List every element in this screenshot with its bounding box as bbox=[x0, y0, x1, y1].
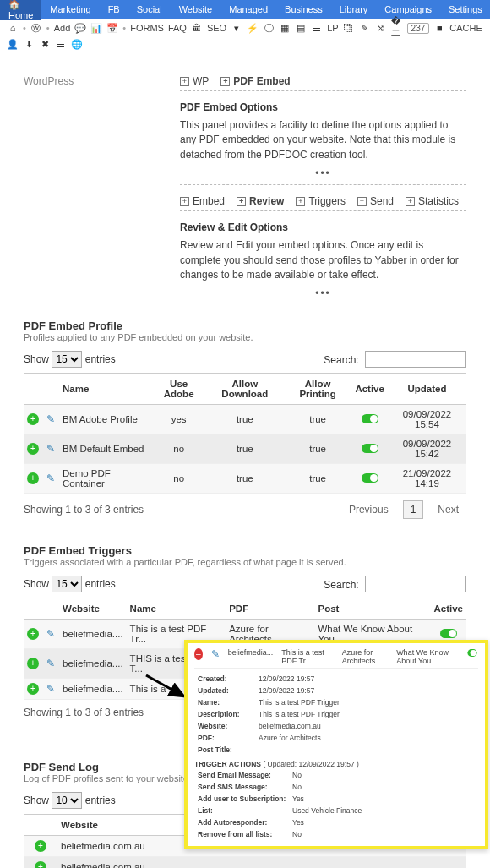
nav-marketing[interactable]: Marketing bbox=[41, 4, 99, 14]
home-icon[interactable]: ⌂ bbox=[7, 22, 19, 34]
copy-icon[interactable]: ⿻ bbox=[343, 22, 355, 34]
expand-icon[interactable]: + bbox=[27, 658, 39, 669]
edit-icon[interactable]: ✎ bbox=[46, 443, 55, 455]
info-icon[interactable]: ⓘ bbox=[263, 22, 275, 34]
layers-icon[interactable]: ▦ bbox=[279, 22, 291, 34]
col-name[interactable]: Name bbox=[127, 598, 226, 620]
tab-statistics[interactable]: +Statistics bbox=[406, 195, 459, 207]
edit-icon[interactable]: ✎ bbox=[46, 683, 55, 695]
chat-icon[interactable]: 💬 bbox=[74, 22, 86, 34]
col-download[interactable]: Allow Download bbox=[206, 374, 284, 405]
faq-link[interactable]: FAQ bbox=[168, 23, 187, 33]
filter-icon[interactable]: ▾ bbox=[231, 22, 242, 34]
shuffle-icon[interactable]: ⤭ bbox=[375, 22, 387, 34]
profile-table: Name Use Adobe Allow Download Allow Prin… bbox=[24, 373, 466, 494]
calendar-icon[interactable]: 📅 bbox=[106, 22, 118, 34]
tab-send[interactable]: +Send bbox=[357, 195, 394, 207]
nav-managed[interactable]: Managed bbox=[220, 4, 276, 14]
wordpress-icon[interactable]: ⓦ bbox=[30, 22, 42, 34]
expand-icon[interactable]: + bbox=[27, 628, 39, 640]
cell-adobe: yes bbox=[152, 405, 206, 434]
share-icon[interactable]: �二 bbox=[391, 22, 403, 34]
table-info: Showing 1 to 3 of 3 entries bbox=[24, 707, 144, 718]
col-active[interactable]: Active bbox=[430, 598, 466, 620]
nav-website[interactable]: Website bbox=[171, 4, 221, 14]
expand-icon[interactable]: + bbox=[27, 413, 39, 425]
tab-wp[interactable]: +WP bbox=[180, 75, 209, 87]
edit-icon[interactable]: ✎ bbox=[359, 22, 371, 34]
edit-icon[interactable]: ✎ bbox=[46, 472, 55, 484]
profile-sub: Profiles applied to any PDF embedded on … bbox=[24, 332, 466, 342]
length-select[interactable]: 15 bbox=[52, 351, 82, 368]
col-website[interactable]: Website bbox=[57, 815, 196, 836]
collapse-icon[interactable]: – bbox=[194, 648, 203, 660]
nav-social[interactable]: Social bbox=[128, 4, 171, 14]
search-input[interactable] bbox=[365, 576, 466, 592]
close-icon[interactable]: ✖ bbox=[39, 38, 51, 50]
tab-review[interactable]: +Review bbox=[237, 195, 284, 207]
expand-icon[interactable]: + bbox=[35, 861, 46, 868]
col-updated[interactable]: Updated bbox=[388, 374, 466, 405]
tab-pdf-embed[interactable]: +PDF Embed bbox=[220, 75, 290, 87]
nav-fb[interactable]: FB bbox=[100, 4, 128, 14]
user-icon[interactable]: 👤 bbox=[7, 38, 19, 50]
cache-link[interactable]: CACHE bbox=[449, 23, 482, 33]
prev-page[interactable]: Previous bbox=[341, 500, 396, 519]
length-select[interactable]: 15 bbox=[52, 576, 82, 592]
tt-val bbox=[257, 745, 476, 755]
expand-icon[interactable]: + bbox=[35, 840, 46, 852]
col-pdf[interactable]: PDF bbox=[226, 598, 314, 620]
page-1[interactable]: 1 bbox=[403, 500, 424, 519]
bolt-icon[interactable]: ⚡ bbox=[247, 22, 259, 34]
search-control: Search: bbox=[324, 351, 466, 368]
grid-icon[interactable]: ▤ bbox=[295, 22, 307, 34]
cell-updated: 21/09/2022 14:19 bbox=[388, 464, 466, 494]
tab-triggers[interactable]: +Triggers bbox=[296, 195, 346, 207]
nav-settings[interactable]: Settings bbox=[440, 4, 490, 14]
count-badge[interactable]: 237 bbox=[407, 23, 430, 34]
edit-icon[interactable]: ✎ bbox=[46, 658, 55, 669]
col-adobe[interactable]: Use Adobe bbox=[152, 374, 206, 405]
edit-icon[interactable]: ✎ bbox=[211, 648, 220, 665]
tab-embed[interactable]: +Embed bbox=[180, 195, 225, 207]
nav-library[interactable]: Library bbox=[331, 4, 377, 14]
lp-link[interactable]: LP bbox=[327, 23, 338, 33]
forms-link[interactable]: FORMS bbox=[130, 23, 164, 33]
active-toggle[interactable] bbox=[362, 473, 378, 483]
seo-link[interactable]: SEO bbox=[207, 23, 226, 33]
col-website[interactable]: Website bbox=[59, 598, 127, 620]
length-select[interactable]: 10 bbox=[52, 792, 82, 809]
chart-icon[interactable]: 📊 bbox=[90, 22, 102, 34]
col-name[interactable]: Name bbox=[59, 374, 152, 405]
expand-icon[interactable]: + bbox=[27, 472, 39, 484]
list-icon[interactable]: ☰ bbox=[311, 22, 323, 34]
tt-site: beliefmedia... bbox=[228, 648, 274, 665]
col-post[interactable]: Post bbox=[314, 598, 430, 620]
nav-business[interactable]: Business bbox=[276, 4, 331, 14]
globe-icon[interactable]: 🌐 bbox=[71, 38, 83, 50]
nav-home[interactable]: 🏠 Home bbox=[0, 0, 41, 20]
expand-icon[interactable]: + bbox=[27, 683, 39, 695]
active-toggle[interactable] bbox=[467, 649, 476, 657]
edit-icon[interactable]: ✎ bbox=[46, 628, 55, 640]
ellipsis-icon[interactable]: ••• bbox=[180, 167, 466, 179]
next-page[interactable]: Next bbox=[430, 500, 466, 519]
tab-label: Statistics bbox=[418, 195, 459, 207]
expand-icon[interactable]: + bbox=[27, 443, 39, 455]
search-input[interactable] bbox=[365, 351, 466, 368]
col-active[interactable]: Active bbox=[351, 374, 388, 405]
col-printing[interactable]: Allow Printing bbox=[284, 374, 352, 405]
active-toggle[interactable] bbox=[440, 629, 457, 638]
download-icon[interactable]: ⬇ bbox=[23, 38, 35, 50]
review-text: Review and Edit your embed options. Once… bbox=[180, 238, 466, 282]
ellipsis-icon[interactable]: ••• bbox=[180, 287, 466, 299]
edit-icon[interactable]: ✎ bbox=[46, 413, 55, 425]
menu-icon[interactable]: ☰ bbox=[55, 38, 67, 50]
video-icon[interactable]: ■ bbox=[433, 22, 445, 34]
bank-icon[interactable]: 🏛 bbox=[191, 22, 203, 34]
cell-name: BM Adobe Profile bbox=[59, 405, 152, 434]
nav-campaigns[interactable]: Campaigns bbox=[376, 4, 440, 14]
active-toggle[interactable] bbox=[362, 444, 378, 453]
add-link[interactable]: Add bbox=[54, 23, 71, 33]
active-toggle[interactable] bbox=[362, 414, 378, 423]
